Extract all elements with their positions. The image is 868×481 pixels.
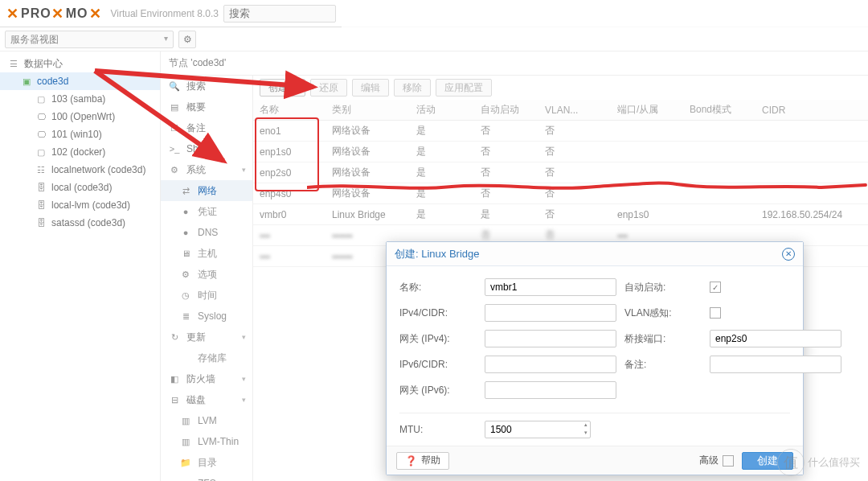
col-autostart[interactable]: 自动启动 (474, 100, 538, 121)
input-ipv6[interactable] (485, 356, 616, 373)
table-row[interactable]: eno1网络设备是否否 (253, 121, 868, 142)
col-type[interactable]: 类别 (326, 100, 410, 121)
menu-icon: 🖥 (180, 249, 191, 258)
sidemenu-备注[interactable]: ☐备注 (161, 117, 252, 138)
sidemenu-更新[interactable]: ↻更新▾ (161, 327, 252, 347)
col-active[interactable]: 活动 (410, 100, 474, 121)
vm-icon: 🖵 (35, 130, 47, 139)
tree-local[interactable]: 🗄local (code3d) (0, 179, 160, 196)
tree-node-code3d[interactable]: ▣code3d (0, 72, 160, 90)
create-bridge-dialog: 创建: Linux Bridge ✕ 名称: IPv4/CIDR: 网关 (IP… (386, 241, 804, 475)
help-button[interactable]: ❓帮助 (396, 452, 449, 470)
apply-button[interactable]: 应用配置 (436, 79, 492, 97)
chevron-down-icon: ▾ (242, 333, 246, 341)
col-cidr[interactable]: CIDR (755, 100, 868, 121)
brand-text-1: PRO (21, 6, 51, 21)
view-settings-button[interactable]: ⚙ (178, 31, 196, 48)
sidemenu-lvm[interactable]: ▥LVM (161, 410, 252, 431)
label-name: 名称: (399, 281, 480, 294)
col-bond[interactable]: Bond模式 (683, 100, 755, 121)
tree-local-lvm[interactable]: 🗄local-lvm (code3d) (0, 196, 160, 214)
sidemenu-概要[interactable]: ▤概要 (161, 97, 252, 117)
network-icon: ☷ (35, 165, 47, 175)
sidemenu-防火墙[interactable]: ◧防火墙▾ (161, 368, 252, 389)
label-ipv6: IPv6/CIDR: (399, 359, 480, 370)
sidemenu-lvm-thin[interactable]: ▥LVM-Thin (161, 431, 252, 452)
chevron-down-icon: ▾ (242, 396, 246, 404)
node-sidemenu[interactable]: 🔍搜索▤概要☐备注>_Shell⚙系统▾⇄网络●凭证●DNS🖥主机⚙选项◷时间≣… (161, 76, 253, 481)
sidemenu-搜索[interactable]: 🔍搜索 (161, 76, 252, 97)
table-row[interactable]: enp4s0网络设备是否否 (253, 183, 868, 204)
edit-button[interactable]: 编辑 (352, 79, 389, 97)
view-select[interactable]: 服务器视图 (5, 31, 174, 48)
dialog-close-button[interactable]: ✕ (782, 248, 795, 261)
checkbox-vlan[interactable] (710, 307, 721, 319)
menu-icon: ▤ (169, 102, 180, 113)
menu-icon: ◧ (169, 374, 180, 384)
input-bridgeport[interactable] (710, 330, 841, 347)
brand-logo: ✕ PRO ✕ MO ✕ (6, 5, 102, 23)
menu-icon: ↻ (169, 332, 180, 343)
menu-icon: ☐ (169, 123, 180, 134)
sidemenu-网络[interactable]: ⇄网络 (161, 180, 252, 201)
input-mtu[interactable] (485, 421, 591, 438)
label-bridgeport: 桥接端口: (624, 332, 705, 346)
sidemenu-shell[interactable]: >_Shell (161, 138, 252, 159)
table-row[interactable]: vmbr0Linux Bridge是是否enp1s0192.168.50.254… (253, 204, 868, 225)
sidemenu-目录[interactable]: 📁目录 (161, 452, 252, 473)
sidemenu-dns[interactable]: ●DNS (161, 222, 252, 243)
dialog-title-bar[interactable]: 创建: Linux Bridge ✕ (387, 242, 803, 266)
menu-icon: ⚙ (169, 165, 180, 175)
col-vlan[interactable]: VLAN... (538, 100, 611, 121)
sidemenu-zfs[interactable]: ▦ZFS (161, 473, 252, 481)
input-ipv4[interactable] (485, 304, 616, 322)
menu-icon: 🔍 (169, 81, 180, 92)
close-icon: ✕ (785, 249, 792, 258)
logo-x-icon: ✕ (89, 5, 102, 23)
restore-button[interactable]: 还原 (310, 79, 347, 97)
sidemenu-系统[interactable]: ⚙系统▾ (161, 159, 252, 180)
sidemenu-选项[interactable]: ⚙选项 (161, 264, 252, 285)
sidemenu-磁盘[interactable]: ⊟磁盘▾ (161, 389, 252, 410)
view-toolbar: 服务器视图 ⚙ (0, 27, 868, 51)
global-search-input[interactable] (223, 5, 336, 23)
sidemenu-主机[interactable]: 🖥主机 (161, 243, 252, 264)
menu-icon: ⇄ (180, 186, 191, 196)
logo-x-icon: ✕ (6, 5, 19, 23)
table-row[interactable]: enp2s0网络设备是否否 (253, 162, 868, 183)
remove-button[interactable]: 移除 (394, 79, 431, 97)
label-vlan: VLAN感知: (624, 306, 705, 320)
tree-datacenter[interactable]: ☰数据中心 (0, 55, 160, 72)
sidemenu-时间[interactable]: ◷时间 (161, 285, 252, 306)
tree-vm-103[interactable]: ▢103 (samba) (0, 90, 160, 108)
table-row[interactable]: enp1s0网络设备是否否 (253, 142, 868, 162)
col-ports[interactable]: 端口/从属 (611, 100, 683, 121)
input-name[interactable] (485, 278, 616, 296)
label-autostart: 自动启动: (624, 281, 705, 294)
label-comment: 备注: (624, 358, 705, 372)
input-comment[interactable] (710, 356, 841, 373)
label-gw6: 网关 (IPv6): (399, 384, 480, 397)
sidemenu-syslog[interactable]: ≣Syslog (161, 306, 252, 327)
checkbox-autostart[interactable]: ✓ (710, 282, 721, 293)
tree-satassd[interactable]: 🗄satassd (code3d) (0, 214, 160, 232)
tree-localnetwork[interactable]: ☷localnetwork (code3d) (0, 161, 160, 179)
app-header: ✕ PRO ✕ MO ✕ Virtual Environment 8.0.3 (0, 0, 868, 27)
advanced-toggle[interactable]: 高级 (699, 454, 734, 467)
input-gw4[interactable] (485, 330, 616, 347)
create-button[interactable]: 创建 (260, 79, 305, 97)
container-icon: ▢ (35, 147, 47, 158)
tree-vm-101[interactable]: 🖵101 (win10) (0, 125, 160, 143)
sidemenu-凭证[interactable]: ●凭证 (161, 201, 252, 222)
storage-icon: 🗄 (35, 218, 47, 228)
resource-tree[interactable]: ☰数据中心 ▣code3d ▢103 (samba) 🖵100 (OpenWrt… (0, 51, 161, 481)
storage-icon: 🗄 (35, 200, 47, 210)
menu-icon: ≣ (180, 311, 191, 322)
vm-icon: 🖵 (35, 112, 47, 121)
input-gw6[interactable] (485, 381, 616, 399)
sidemenu-存储库[interactable]: 存储库 (161, 347, 252, 368)
checkbox-advanced[interactable] (723, 455, 734, 467)
col-name[interactable]: 名称 (253, 100, 326, 121)
tree-vm-100[interactable]: 🖵100 (OpenWrt) (0, 108, 160, 125)
tree-vm-102[interactable]: ▢102 (docker) (0, 143, 160, 161)
